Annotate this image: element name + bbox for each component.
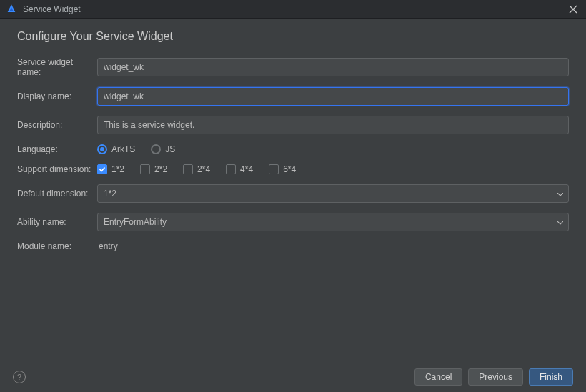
close-icon: [569, 5, 577, 14]
check-2x4[interactable]: 2*4: [183, 164, 210, 174]
finish-button[interactable]: Finish: [529, 368, 573, 386]
row-language: Language: ArkTS JS: [17, 144, 569, 154]
check-2x4-label: 2*4: [197, 164, 210, 174]
row-service-widget-name: Service widget name:: [17, 57, 569, 77]
radio-js[interactable]: JS: [151, 144, 175, 154]
row-support-dimension: Support dimension: 1*2 2*2 2*4: [17, 164, 569, 174]
check-1x2-label: 1*2: [111, 164, 124, 174]
description-input[interactable]: [97, 116, 569, 134]
row-ability-name: Ability name: EntryFormAbility: [17, 213, 569, 231]
radio-js-label: JS: [165, 144, 175, 154]
label-default-dimension: Default dimension:: [17, 189, 97, 198]
label-module-name: Module name:: [17, 241, 97, 251]
label-language: Language:: [17, 144, 97, 154]
radio-arkts-label: ArkTS: [111, 144, 135, 154]
support-dimension-group: 1*2 2*2 2*4 4*4 6*4: [97, 164, 569, 174]
cancel-button[interactable]: Cancel: [414, 368, 462, 386]
label-display-name: Display name:: [17, 91, 97, 101]
checkbox-icon-unchecked: [140, 164, 150, 174]
previous-button[interactable]: Previous: [468, 368, 523, 386]
label-support-dimension: Support dimension:: [17, 164, 97, 174]
content-area: Configure Your Service Widget Service wi…: [0, 19, 586, 251]
help-icon[interactable]: ?: [13, 371, 26, 383]
checkbox-icon-unchecked: [226, 164, 236, 174]
check-6x4-label: 6*4: [283, 164, 296, 174]
close-button[interactable]: [566, 2, 580, 16]
display-name-input[interactable]: [97, 87, 569, 106]
ability-name-select[interactable]: EntryFormAbility: [97, 213, 569, 231]
label-ability-name: Ability name:: [17, 217, 97, 227]
check-2x2-label: 2*2: [154, 164, 167, 174]
window-title: Service Widget: [23, 4, 566, 14]
service-widget-name-input[interactable]: [97, 58, 569, 76]
label-service-widget-name: Service widget name:: [17, 57, 97, 77]
label-description: Description:: [17, 120, 97, 130]
check-2x2[interactable]: 2*2: [140, 164, 167, 174]
check-1x2[interactable]: 1*2: [97, 164, 124, 174]
check-4x4-label: 4*4: [240, 164, 253, 174]
checkbox-icon-checked: [97, 164, 107, 174]
radio-arkts[interactable]: ArkTS: [97, 144, 135, 154]
titlebar: Service Widget: [0, 0, 586, 19]
row-default-dimension: Default dimension: 1*2: [17, 184, 569, 203]
checkbox-icon-unchecked: [269, 164, 279, 174]
check-4x4[interactable]: 4*4: [226, 164, 253, 174]
checkbox-icon-unchecked: [183, 164, 193, 174]
page-title: Configure Your Service Widget: [17, 30, 569, 43]
app-icon: [6, 4, 17, 15]
check-6x4[interactable]: 6*4: [269, 164, 296, 174]
footer: ? Cancel Previous Finish: [0, 361, 586, 392]
radio-icon-checked: [97, 144, 107, 154]
module-name-value: entry: [97, 241, 118, 251]
radio-icon-unchecked: [151, 144, 161, 154]
row-module-name: Module name: entry: [17, 241, 569, 251]
row-display-name: Display name:: [17, 87, 569, 106]
language-radio-group: ArkTS JS: [97, 144, 569, 154]
default-dimension-select[interactable]: 1*2: [97, 184, 569, 203]
row-description: Description:: [17, 116, 569, 134]
